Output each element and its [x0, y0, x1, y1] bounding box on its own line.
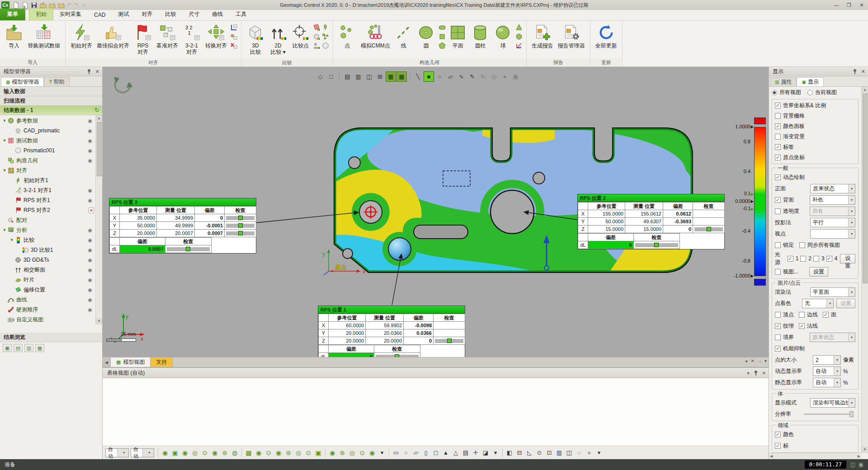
- compare-point-button[interactable]: 比较点: [289, 23, 312, 50]
- display-close-icon[interactable]: ✕: [860, 69, 866, 75]
- dynamic-draw-checkbox[interactable]: ✓: [775, 174, 781, 180]
- mesh-tool-1[interactable]: ▩: [244, 448, 254, 458]
- mesh-tool-8[interactable]: ▣: [313, 448, 323, 458]
- tree-item-rps-align-1[interactable]: RPS 对齐1◉: [0, 195, 102, 205]
- undo-icon[interactable]: ↶: [66, 2, 73, 8]
- import-button[interactable]: 导入: [3, 23, 25, 50]
- scroll-down-icon[interactable]: ▼: [96, 318, 102, 324]
- tree-item-cad-prismatic[interactable]: CAD_prismatic◉: [0, 126, 102, 136]
- scroll-up-icon[interactable]: ▲: [96, 115, 102, 122]
- align-321-button[interactable]: 3 213-2-1 对齐: [180, 23, 203, 56]
- view-mode-3-icon[interactable]: ▥: [24, 344, 33, 352]
- point-shading-combo-settings-button[interactable]: 设置: [836, 299, 855, 308]
- edge-checkbox[interactable]: [799, 312, 805, 318]
- select-rectangle-tool[interactable]: ▭: [391, 448, 401, 458]
- clip-plane-tool[interactable]: ▤: [342, 71, 353, 82]
- menu-tab-compare[interactable]: 比较: [159, 9, 182, 20]
- menu-tab-curve[interactable]: 曲线: [206, 9, 229, 20]
- visibility-eye-icon[interactable]: ◉: [88, 297, 92, 303]
- light-source-settings-button[interactable]: 设置: [840, 254, 855, 263]
- sphere-button[interactable]: 球: [492, 23, 514, 50]
- current-view-radio[interactable]: [807, 90, 813, 95]
- select-menu[interactable]: ▾: [491, 448, 500, 458]
- pin-icon[interactable]: [86, 69, 92, 75]
- initial-align-button[interactable]: 初始对齐: [68, 23, 94, 50]
- color-bar-marker-icon[interactable]: ▶: [751, 207, 754, 211]
- region-tool-4[interactable]: ⊙: [357, 448, 367, 458]
- visibility-eye-icon[interactable]: ◉: [88, 138, 92, 144]
- expander-icon[interactable]: ▼: [2, 118, 7, 123]
- select-through-tool[interactable]: ✛: [471, 448, 481, 458]
- more-menu[interactable]: ▾: [594, 448, 604, 458]
- rotate-view-tool[interactable]: ↻: [478, 71, 488, 82]
- table-view-menu-icon[interactable]: ▾: [747, 371, 750, 376]
- mini-hex-icon[interactable]: [321, 42, 330, 49]
- deselect-tool[interactable]: △: [451, 448, 461, 458]
- rectangle-select-tool[interactable]: ■: [424, 71, 434, 82]
- color-bar-marker-icon[interactable]: ▶: [751, 274, 754, 278]
- expander-icon[interactable]: ▼: [2, 138, 7, 143]
- tree-item-alignment[interactable]: ▼对齐: [0, 165, 102, 175]
- light-source-4-checkbox[interactable]: ✓: [826, 256, 832, 262]
- brush-select-tool[interactable]: ✎: [467, 71, 477, 82]
- gradient-background-checkbox[interactable]: [775, 134, 781, 140]
- display-tool-5[interactable]: ⊡: [544, 448, 554, 458]
- select-column-tool[interactable]: ▯: [421, 448, 431, 458]
- labels-checkbox[interactable]: ✓: [775, 144, 781, 150]
- display-tool-4[interactable]: ⊙: [534, 448, 544, 458]
- table-view-bar[interactable]: 表格视图 (自动) ▾ ✕: [103, 367, 769, 378]
- maximize-button[interactable]: ❐: [843, 0, 855, 9]
- texture-checkbox[interactable]: ✓: [775, 323, 781, 329]
- projection-combo[interactable]: 平行▾: [810, 218, 855, 227]
- light-source-3-checkbox[interactable]: [813, 256, 819, 262]
- auto-mode-combo-2[interactable]: 自动▾: [131, 448, 154, 457]
- line-button[interactable]: 线: [392, 23, 415, 50]
- tree-item-probe-sequence[interactable]: 硬测顺序◉: [0, 305, 102, 315]
- scrollbar-thumb[interactable]: [97, 122, 102, 176]
- zoom-view-tool[interactable]: ●: [500, 71, 510, 82]
- filter-tool-2[interactable]: ▣: [170, 448, 180, 458]
- probe-tool-4[interactable]: ◉: [210, 448, 220, 458]
- section-view-tool[interactable]: ▥: [353, 71, 363, 82]
- export-folder-icon[interactable]: [57, 1, 65, 9]
- refresh-icon[interactable]: ↻: [94, 106, 99, 115]
- open-document-icon[interactable]: [21, 1, 29, 9]
- table-view-close-icon[interactable]: ✕: [762, 371, 766, 376]
- expander-icon[interactable]: ▼: [2, 168, 7, 173]
- visibility-eye-icon[interactable]: ◉: [88, 257, 92, 263]
- mini-cone-icon[interactable]: [515, 24, 523, 31]
- background-grid-checkbox[interactable]: [775, 113, 781, 119]
- resolution-slider-thumb[interactable]: [849, 411, 854, 417]
- tab-model-manager[interactable]: ▦模型管理器: [1, 77, 44, 86]
- color-bar-marker-icon[interactable]: ▶: [751, 125, 754, 129]
- transparency-combo[interactable]: 所有▾: [810, 207, 855, 216]
- compare-2d-button[interactable]: 2D 比较 ▾: [267, 23, 289, 56]
- select-circle-tool[interactable]: ○: [401, 448, 411, 458]
- redo-icon[interactable]: ↷: [73, 2, 80, 8]
- quick-access-menu-icon[interactable]: ▾: [80, 3, 87, 7]
- new-document-icon[interactable]: [12, 1, 20, 9]
- polygon-select-tool[interactable]: ▱: [445, 71, 456, 82]
- color-bar-marker-icon[interactable]: ▶: [751, 192, 754, 196]
- view-cube-tool[interactable]: □: [326, 71, 336, 82]
- rp-scroll-down-icon[interactable]: ▼: [862, 446, 868, 453]
- visibility-eye-icon[interactable]: ◉: [88, 277, 92, 283]
- record-icon[interactable]: ◫: [850, 461, 855, 468]
- view-mode-4-icon[interactable]: ▦: [35, 344, 44, 352]
- view-mode-1-icon[interactable]: ▣: [3, 344, 12, 352]
- point-size-combo[interactable]: 2▾: [813, 355, 841, 365]
- world-coord-checkbox[interactable]: ✓: [775, 103, 781, 108]
- region-label-checkbox[interactable]: ✓: [775, 443, 781, 449]
- menu-tab-cad[interactable]: CAD: [88, 10, 112, 20]
- datum-align-button[interactable]: 基准对齐: [154, 23, 180, 50]
- mini-torus-icon[interactable]: [515, 33, 523, 40]
- tree-item-analysis[interactable]: ▼分析◉: [0, 225, 102, 235]
- visibility-eye-icon[interactable]: ◉: [88, 188, 92, 193]
- mini-person-icon[interactable]: [312, 42, 321, 49]
- section-result-browse[interactable]: 结果浏览: [0, 333, 102, 342]
- tree-item-compare[interactable]: ▼比较◉: [0, 235, 102, 245]
- tree-item-3d-gdts[interactable]: 3D GD&Ts◉: [0, 255, 102, 265]
- static-display-rate-combo[interactable]: 自动▾: [813, 378, 841, 387]
- filter-tool-1[interactable]: ◉: [160, 448, 170, 458]
- display-panel-hscrollbar[interactable]: ◀ ▶: [769, 453, 861, 459]
